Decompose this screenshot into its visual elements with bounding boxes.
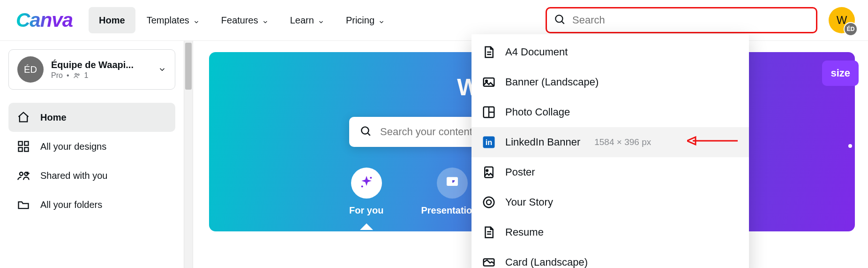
svg-rect-4 <box>19 142 22 145</box>
svg-rect-7 <box>24 147 28 151</box>
team-badge: ÉD <box>844 22 858 36</box>
svg-point-2 <box>75 73 77 75</box>
nav-templates-label: Templates <box>147 15 189 26</box>
sparkle-icon <box>359 175 374 192</box>
chevron-down-icon <box>378 17 385 23</box>
team-sep: • <box>67 71 69 80</box>
story-icon <box>482 195 496 209</box>
nav-templates[interactable]: Templates <box>136 7 210 33</box>
nav-pricing-label: Pricing <box>346 15 374 26</box>
canva-logo[interactable]: Canva <box>16 9 73 31</box>
nav-home-label: Home <box>99 15 125 26</box>
document-icon <box>482 45 496 59</box>
suggestion-label: Banner (Landscape) <box>505 76 599 88</box>
header-search-input[interactable] <box>572 14 809 26</box>
top-nav: Home Templates Features Learn Pricing <box>89 7 395 33</box>
grid-icon <box>17 140 30 153</box>
sidebar-item-label: All your folders <box>40 199 102 210</box>
folder-icon <box>17 198 30 211</box>
suggestion-banner[interactable]: Banner (Landscape) <box>471 67 749 97</box>
chevron-down-icon <box>158 65 166 74</box>
team-plan: Pro <box>51 71 63 80</box>
team-name: Équipe de Waapi... <box>51 60 150 70</box>
svg-rect-5 <box>24 142 28 145</box>
chevron-down-icon <box>318 17 324 23</box>
people-icon <box>73 72 81 79</box>
custom-size-button[interactable]: size <box>822 61 859 86</box>
nav-learn-label: Learn <box>290 15 314 26</box>
suggestion-card[interactable]: Card (Landscape) <box>471 247 749 268</box>
sidebar-item-label: Shared with you <box>40 170 107 181</box>
suggestion-photo-collage[interactable]: Photo Collage <box>471 97 749 127</box>
nav-features-label: Features <box>221 15 258 26</box>
image-icon <box>482 75 496 89</box>
team-subline: Pro • 1 <box>51 71 150 80</box>
header-search[interactable] <box>546 7 817 33</box>
account-avatar[interactable]: W ÉD <box>829 7 855 33</box>
linkedin-icon: in <box>482 135 496 149</box>
image-icon <box>482 165 496 179</box>
suggestion-your-story[interactable]: Your Story <box>471 187 749 217</box>
more-indicator <box>848 144 852 148</box>
home-icon <box>17 111 30 124</box>
suggestion-a4-document[interactable]: A4 Document <box>471 37 749 67</box>
document-icon <box>482 225 496 239</box>
category-label: For you <box>349 205 383 216</box>
nav-home[interactable]: Home <box>89 7 135 33</box>
category-for-you[interactable]: For you <box>349 168 383 216</box>
suggestion-poster[interactable]: Poster <box>471 157 749 187</box>
suggestion-label: A4 Document <box>505 46 568 58</box>
sidebar-item-shared[interactable]: Shared with you <box>8 161 175 190</box>
presentation-icon <box>445 175 460 192</box>
team-avatar: ÉD <box>17 56 44 83</box>
svg-point-33 <box>486 169 488 171</box>
svg-point-35 <box>486 200 491 205</box>
chevron-down-icon <box>193 17 200 23</box>
suggestion-label: Photo Collage <box>505 106 570 118</box>
svg-point-3 <box>77 74 79 75</box>
suggestion-label: Your Story <box>505 196 553 208</box>
annotation-arrow-icon <box>687 134 739 150</box>
suggestion-linkedin-banner[interactable]: in LinkedIn Banner 1584 × 396 px <box>471 127 749 157</box>
nav-features[interactable]: Features <box>211 7 279 33</box>
sidebar-item-home[interactable]: Home <box>8 103 175 132</box>
svg-point-14 <box>370 176 372 178</box>
nav-learn[interactable]: Learn <box>280 7 335 33</box>
sidebar: ÉD Équipe de Waapi... Pro • 1 Home <box>0 41 184 268</box>
svg-point-15 <box>361 185 363 187</box>
search-icon <box>359 125 372 139</box>
card-icon <box>482 255 496 268</box>
svg-point-8 <box>20 172 23 176</box>
suggestion-dimensions: 1584 × 396 px <box>594 137 651 147</box>
suggestion-label: Poster <box>505 166 535 178</box>
svg-line-13 <box>368 133 370 136</box>
sidebar-item-label: Home <box>40 112 67 123</box>
svg-rect-6 <box>19 147 22 151</box>
suggestion-label: LinkedIn Banner <box>505 136 580 148</box>
scrollbar-thumb[interactable] <box>185 43 192 90</box>
svg-point-12 <box>361 127 368 134</box>
team-members: 1 <box>84 71 89 80</box>
suggestion-label: Card (Landscape) <box>505 256 588 268</box>
sidebar-item-folders[interactable]: All your folders <box>8 190 175 219</box>
search-suggestions-dropdown: A4 Document Banner (Landscape) Photo Col… <box>471 34 749 268</box>
search-icon <box>554 13 566 27</box>
truncated-label: re <box>845 248 854 259</box>
sidebar-item-all-designs[interactable]: All your designs <box>8 132 175 161</box>
svg-point-34 <box>484 197 494 208</box>
svg-point-0 <box>555 15 562 22</box>
collage-icon <box>482 105 496 119</box>
suggestion-label: Resume <box>505 226 544 238</box>
sidebar-item-label: All your designs <box>40 141 106 152</box>
svg-line-1 <box>562 22 564 24</box>
svg-text:in: in <box>486 138 492 146</box>
shared-icon <box>17 169 30 182</box>
nav-pricing[interactable]: Pricing <box>336 7 395 33</box>
sidebar-scrollbar[interactable] <box>184 41 193 268</box>
team-switcher[interactable]: ÉD Équipe de Waapi... Pro • 1 <box>8 49 175 90</box>
chevron-down-icon <box>262 17 269 23</box>
suggestion-resume[interactable]: Resume <box>471 217 749 247</box>
